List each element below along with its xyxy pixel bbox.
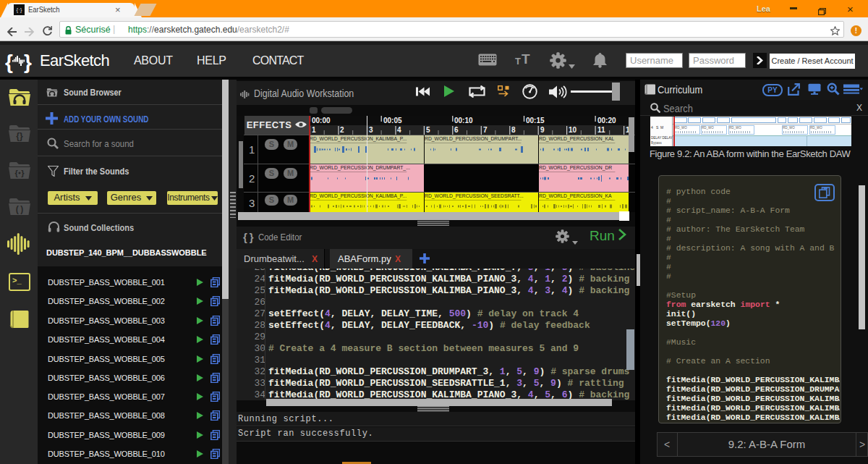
svg-text:{}: {} <box>16 131 23 141</box>
svg-text:( ): ( ) <box>16 204 23 214</box>
